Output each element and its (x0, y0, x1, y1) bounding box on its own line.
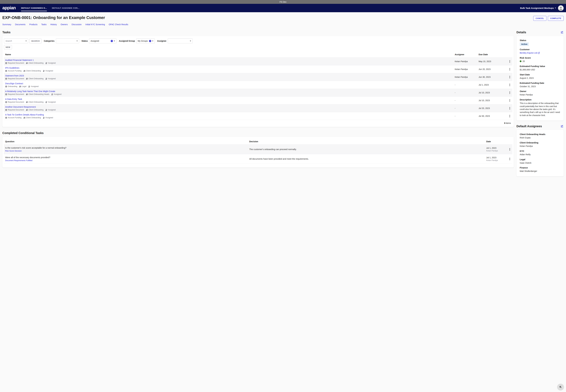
assigned-group-select[interactable]: My Groups (136, 38, 155, 43)
task-name-link[interactable]: A Data Entry Task (5, 98, 22, 100)
category-tag: Account Funding (5, 117, 22, 119)
row-menu-button[interactable] (508, 157, 511, 161)
category-label: Required Document (8, 101, 24, 103)
record-nav-link[interactable]: Initial KYC Screening (85, 23, 105, 26)
task-name-link[interactable]: Audited Financial Statement 1 (5, 59, 34, 61)
chevron-down-icon (114, 41, 115, 41)
search-input[interactable]: Search (4, 38, 28, 43)
record-nav-link[interactable]: Owners (60, 23, 68, 26)
status-label: Assigned (48, 78, 56, 80)
row-menu-button[interactable] (508, 68, 511, 71)
avatar[interactable] (558, 5, 564, 11)
tasks-card: Search SEARCH Categories Status Assigned (2, 36, 514, 127)
record-nav-link[interactable]: OFAC Check Results (109, 23, 128, 26)
status-select[interactable]: Assigned (89, 38, 117, 43)
app-switcher-menu[interactable]: Bulk Task Assignment Mockups (520, 7, 556, 9)
row-menu-button[interactable] (508, 99, 511, 102)
row-menu-button[interactable] (508, 148, 511, 151)
customer-link[interactable]: Bentley Equine Ltd (520, 52, 540, 54)
question-task-link[interactable]: Document Requirements Fulfilled (5, 159, 32, 162)
cancel-button[interactable]: CANCEL (533, 16, 546, 21)
customer-field-label: Customer (520, 48, 560, 51)
category-tag: Required Document (5, 93, 24, 95)
question-task-link[interactable]: Risk Score Decision (5, 150, 22, 152)
assigned-group-label: Client Onboarding (26, 70, 41, 72)
appian-logo: appian (2, 4, 16, 12)
kebab-icon (509, 107, 510, 110)
table-row: A Relatively Long Task Name That One Mig… (4, 89, 512, 97)
task-name-link[interactable]: A Relatively Long Task Name That One Mig… (5, 90, 55, 93)
new-task-button[interactable]: NEW (4, 45, 12, 49)
edit-pencil-icon (561, 31, 563, 34)
due-date-cell: Jun 30, 2023 (477, 73, 506, 81)
person-plus-icon (45, 62, 47, 64)
row-menu-button[interactable] (508, 114, 511, 118)
tab-default-assignee-con[interactable]: DEFAULT ASSIGNEE CON... (52, 4, 79, 12)
complete-button[interactable]: COMPLETE (548, 16, 564, 21)
clear-status-icon[interactable] (111, 40, 113, 42)
assignee-cell: Ketan Pandya (453, 73, 477, 81)
layers-icon (5, 78, 7, 80)
record-nav-link[interactable]: Summary (2, 23, 11, 26)
table-row: DocuSign Contract (4, 81, 512, 89)
kebab-icon (509, 115, 510, 117)
assignee-group-role: Client Onboarding (520, 141, 560, 144)
edit-default-assignees-button[interactable] (561, 125, 564, 128)
record-nav-link[interactable]: History (50, 23, 57, 26)
row-menu-button[interactable] (508, 75, 511, 79)
task-name-link[interactable]: DocuSign Contract (5, 82, 23, 85)
due-date-cell: Jun 20, 2023 (477, 65, 506, 73)
environment-banner-label: FS Dev (280, 1, 286, 3)
row-menu-button[interactable] (508, 106, 511, 110)
category-label: Account Funding (8, 117, 22, 119)
task-name-link[interactable]: A Task To Confirm Details About Funding (5, 113, 44, 116)
start-date-value: August 2, 2023 (520, 77, 560, 80)
record-nav-link[interactable]: Tasks (41, 23, 46, 26)
conditional-tasks-heading: Completed Conditional Tasks (2, 131, 514, 135)
chevron-down-icon (555, 8, 556, 8)
task-name-link[interactable]: IPS Guidelines (5, 67, 19, 69)
record-nav-link[interactable]: Products (29, 23, 37, 26)
conditional-tasks-card: Question Decision Date Is the customer's… (2, 137, 514, 168)
kebab-icon (509, 148, 510, 151)
categories-select[interactable] (56, 38, 79, 43)
site-tabs: DEFAULT ASSIGNEES O... DEFAULT ASSIGNEE … (21, 4, 79, 12)
task-name-link[interactable]: Another Document Requirement (5, 106, 36, 108)
clear-assigned-group-icon[interactable] (149, 40, 151, 42)
layers-icon (5, 109, 7, 111)
app-switcher-label: Bulk Task Assignment Mockups (520, 7, 554, 9)
row-menu-button[interactable] (508, 60, 511, 63)
search-button[interactable]: SEARCH (30, 39, 41, 43)
column-header-due-date: Due Date (477, 52, 506, 57)
table-row: Were all of the necessary documents prov… (4, 154, 512, 164)
decision-by: Ketan Pandya (486, 159, 504, 161)
categories-label: Categories (44, 40, 54, 42)
due-date-cell: May 10, 2023 (477, 57, 506, 65)
column-header-actions (506, 139, 512, 145)
row-menu-button[interactable] (508, 83, 511, 87)
assigned-group-label: Client Onboarding Heads (29, 93, 49, 95)
funding-date-value: October 31, 2023 (520, 85, 560, 88)
record-nav-link[interactable]: Discussion (72, 23, 82, 26)
task-name-link[interactable]: Statment from 2023 (5, 74, 24, 77)
record-nav-link[interactable]: Documents (15, 23, 26, 26)
kebab-icon (509, 68, 510, 70)
row-menu-button[interactable] (508, 91, 511, 95)
assignee-select[interactable] (168, 38, 193, 43)
category-tag: Required Document (5, 101, 24, 103)
environment-banner: FS Dev (0, 0, 566, 4)
risk-score-dot (520, 60, 521, 62)
edit-details-button[interactable] (561, 31, 564, 34)
chevron-down-icon (152, 41, 153, 41)
status-tag: Assigned (43, 70, 53, 72)
kebab-icon (509, 60, 510, 63)
category-tag: Required Document (5, 78, 24, 80)
users-icon (26, 62, 28, 64)
chevron-down-icon (76, 41, 78, 41)
status-tag: Assigned (45, 62, 56, 64)
risk-score-value: 20 (522, 60, 525, 62)
status-tag: Assigned (28, 85, 38, 87)
tab-default-assignees-o[interactable]: DEFAULT ASSIGNEES O... (21, 4, 47, 12)
category-tag: Required Document (5, 62, 24, 64)
column-header-actions (506, 52, 512, 57)
